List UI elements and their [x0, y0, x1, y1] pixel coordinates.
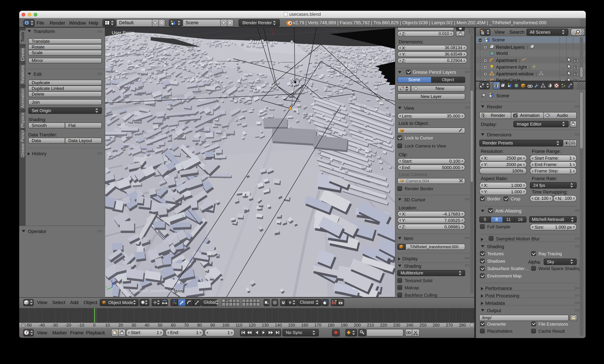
svg-text:y: y [105, 285, 107, 288]
svg-text:z: z [111, 279, 113, 282]
